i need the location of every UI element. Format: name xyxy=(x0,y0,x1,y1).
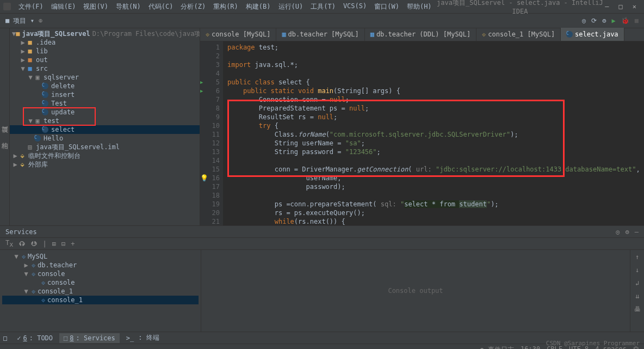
menu-item[interactable]: 文件(F) xyxy=(15,1,47,13)
editor-tab[interactable]: ▦db.teacher [MySQL] xyxy=(276,28,364,41)
svc-commit-icon[interactable]: ⮉ xyxy=(18,240,25,248)
tree-item[interactable]: ▶■out xyxy=(10,56,200,64)
tree-item[interactable]: CHello xyxy=(10,134,200,143)
window-title: java项目_SQLservel - select.java - Intelli… xyxy=(435,0,605,15)
services-gear-icon[interactable]: ⚙ xyxy=(626,228,629,236)
tree-item[interactable]: ▼■src xyxy=(10,64,200,73)
window-controls: — □ ✕ xyxy=(605,3,636,10)
left-tool-strip[interactable]: 项目 1: 结构 xyxy=(0,28,10,225)
svc-filter-icon[interactable]: ⊞ xyxy=(52,240,56,248)
bottom-tab[interactable]: ✓6: TODO xyxy=(13,333,57,343)
watermark: CSDN @Sarapines Programmer xyxy=(546,340,640,347)
code-area[interactable]: package test; import java.sql.*; public … xyxy=(223,41,644,225)
svc-add-icon[interactable]: + xyxy=(71,240,75,248)
stop-icon[interactable]: ■ xyxy=(635,17,639,25)
svc-down-icon[interactable]: ↓ xyxy=(635,266,639,274)
refresh-icon[interactable]: ⟳ xyxy=(591,17,597,25)
services-header: Services ◎ ⚙ — xyxy=(0,226,644,238)
services-tree-item[interactable]: ▼⟐console xyxy=(2,270,199,278)
app-logo-icon xyxy=(3,3,11,10)
project-panel: ▼■java项目_SQLservelD:\Program Files\code\… xyxy=(10,28,200,225)
titlebar: 文件(F)编辑(E)视图(V)导航(N)代码(C)分析(Z)重构(R)构建(B)… xyxy=(0,0,644,13)
menu-item[interactable]: 构建(B) xyxy=(243,1,274,13)
tree-item[interactable]: Cupdate xyxy=(10,108,200,117)
main-area: 项目 1: 结构 ▼■java项目_SQLservelD:\Program Fi… xyxy=(0,28,644,225)
menu-item[interactable]: 代码(C) xyxy=(145,1,177,13)
settings-icon[interactable]: ⚙ xyxy=(602,17,606,25)
tree-item[interactable]: ▶⬙外部库 xyxy=(10,160,200,169)
svc-rollback-icon[interactable]: ⮋ xyxy=(30,240,37,248)
maximize-icon[interactable]: □ xyxy=(619,3,623,10)
gutter[interactable]: 1234▶5▶6789101112131415💡1617181920212223 xyxy=(200,41,223,225)
editor-tabs: ⟐console [MySQL]▦db.teacher [MySQL]▦db.t… xyxy=(200,28,644,41)
services-tree[interactable]: ▼⟐MySQL▶⟐db.teacher▼⟐console⟐console▼⟐co… xyxy=(0,250,201,332)
bottom-tab[interactable]: ⬚8: Services xyxy=(59,333,120,343)
services-tree-item[interactable]: ▼⟐console_1 xyxy=(2,287,199,296)
target-icon[interactable]: ◎ xyxy=(582,17,586,25)
editor-area: ⟐console [MySQL]▦db.teacher [MySQL]▦db.t… xyxy=(200,28,644,225)
event-log[interactable]: ● 事件日志 xyxy=(480,345,514,349)
services-minimize-icon[interactable]: — xyxy=(635,228,639,236)
services-settings-icon[interactable]: ◎ xyxy=(616,228,620,236)
menu-item[interactable]: VCS(S) xyxy=(340,1,370,13)
menu-item[interactable]: 导航(N) xyxy=(113,1,144,13)
status-item[interactable]: 16:30 xyxy=(521,345,540,349)
menu-item[interactable]: 帮助(H) xyxy=(404,1,435,13)
tree-item[interactable]: ▼■java项目_SQLservelD:\Program Files\code\… xyxy=(10,29,200,38)
menu-item[interactable]: 工具(T) xyxy=(307,1,339,13)
services-tree-item[interactable]: ⟐console_1 xyxy=(2,296,199,304)
services-toolbar: Tx ⮉ ⮋ | ⊞ ⊟ + xyxy=(0,238,644,250)
tree-item[interactable]: ▼▣sqlserver xyxy=(10,73,200,82)
bottom-tab[interactable]: >_: 终端 xyxy=(122,332,164,344)
tree-item[interactable]: ▶⬙临时文件和控制台 xyxy=(10,151,200,160)
tree-item[interactable]: Cselect xyxy=(10,125,200,134)
svc-wrap-icon[interactable]: ↲ xyxy=(635,279,639,287)
tree-item[interactable]: ▶■.idea xyxy=(10,38,200,47)
menu-item[interactable]: 视图(V) xyxy=(80,1,112,13)
close-icon[interactable]: ✕ xyxy=(633,3,636,10)
services-panel: Services ◎ ⚙ — Tx ⮉ ⮋ | ⊞ ⊟ + ▼⟐MySQL▶⟐d… xyxy=(0,225,644,332)
svc-tx-icon[interactable]: Tx xyxy=(5,239,13,248)
editor-tab[interactable]: ⟐console_1 [MySQL] xyxy=(476,28,561,41)
services-tree-item[interactable]: ▼⟐MySQL xyxy=(2,252,199,261)
minimize-icon[interactable]: — xyxy=(605,3,609,10)
services-title: Services xyxy=(5,228,37,236)
services-tree-item[interactable]: ⟐console xyxy=(2,278,199,287)
editor: 1234▶5▶6789101112131415💡1617181920212223… xyxy=(200,41,644,225)
debug-icon[interactable]: 🐞 xyxy=(621,17,629,25)
tree-item[interactable]: CTest xyxy=(10,99,200,108)
run-icon[interactable]: ▶ xyxy=(612,17,616,25)
project-dropdown[interactable]: ■ 项目 ▾ xyxy=(5,16,34,26)
toolbar-collapse-icon[interactable]: ⊕ xyxy=(39,17,42,25)
tree-item[interactable]: Cdelete xyxy=(10,82,200,90)
services-right-tools: ↑ ↓ ↲ ⇊ 🖶 xyxy=(630,250,644,332)
svc-up-icon[interactable]: ↑ xyxy=(635,253,639,261)
svc-scroll-icon[interactable]: ⇊ xyxy=(635,292,639,300)
editor-tab[interactable]: ⟐console [MySQL] xyxy=(200,28,276,41)
tree-item[interactable]: ▶■lib xyxy=(10,47,200,56)
project-tree[interactable]: ▼■java项目_SQLservelD:\Program Files\code\… xyxy=(10,28,200,225)
editor-tab[interactable]: ▦db.teacher (DDL) [MySQL] xyxy=(365,28,477,41)
menu-item[interactable]: 编辑(E) xyxy=(48,1,79,13)
tree-item[interactable]: ▤java项目_SQLservel.iml xyxy=(10,143,200,151)
menu-item[interactable]: 窗口(W) xyxy=(371,1,403,13)
svc-layout-icon[interactable]: ⊟ xyxy=(61,240,65,248)
toolbar: ■ 项目 ▾ ⊕ ◎ ⟳ ⚙ ▶ 🐞 ■ xyxy=(0,13,644,28)
menu-item[interactable]: 运行(U) xyxy=(275,1,307,13)
main-menu: 文件(F)编辑(E)视图(V)导航(N)代码(C)分析(Z)重构(R)构建(B)… xyxy=(15,1,435,13)
services-tree-item[interactable]: ▶⟐db.teacher xyxy=(2,261,199,270)
tree-item[interactable]: ▼▣test xyxy=(10,117,200,125)
menu-item[interactable]: 重构(R) xyxy=(210,1,242,13)
console-output: Console output xyxy=(201,250,630,332)
tree-item[interactable]: Cinsert xyxy=(10,90,200,99)
menu-item[interactable]: 分析(Z) xyxy=(177,1,209,13)
editor-tab[interactable]: Cselect.java xyxy=(561,28,624,41)
svc-print-icon[interactable]: 🖶 xyxy=(634,305,641,313)
